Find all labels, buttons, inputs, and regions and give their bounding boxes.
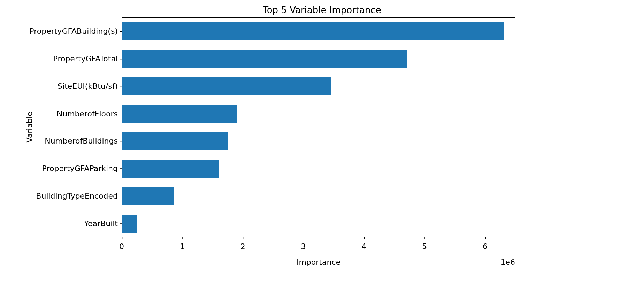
y-tick-mark <box>120 168 122 169</box>
x-tick-label: 6 <box>483 242 488 251</box>
x-tick-label: 1 <box>180 242 185 251</box>
y-tick-label: SiteEUI(kBtu/sf) <box>58 82 118 90</box>
y-tick-mark <box>120 196 122 196</box>
bar <box>122 215 137 233</box>
bar <box>122 50 407 68</box>
x-axis-label: Importance <box>122 258 515 266</box>
y-tick-mark <box>120 86 122 87</box>
bar <box>122 160 219 178</box>
x-tick-mark <box>304 237 304 239</box>
bar <box>122 22 504 40</box>
y-tick-mark <box>120 59 122 59</box>
y-tick-mark <box>120 223 122 224</box>
x-tick-label: 2 <box>240 242 245 251</box>
x-tick-mark <box>424 237 425 239</box>
y-tick-label: NumberofFloors <box>57 109 118 118</box>
x-tick-mark <box>122 237 122 239</box>
y-tick-mark <box>120 141 122 142</box>
y-tick-label: PropertyGFATotal <box>53 54 118 63</box>
x-tick-label: 4 <box>361 242 366 251</box>
x-tick-mark <box>364 237 365 239</box>
y-tick-mark <box>120 31 122 32</box>
y-tick-label: PropertyGFAParking <box>42 164 118 173</box>
bar <box>122 105 237 123</box>
bar <box>122 187 174 205</box>
y-tick-label: BuildingTypeEncoded <box>36 191 118 200</box>
y-tick-label: NumberofBuildings <box>45 137 118 145</box>
x-tick-mark <box>485 237 486 239</box>
x-tick-label: 5 <box>422 242 427 251</box>
x-tick-label: 3 <box>301 242 306 251</box>
y-tick-label: YearBuilt <box>84 219 118 227</box>
y-tick-label: PropertyGFABuilding(s) <box>29 27 118 36</box>
y-tick-mark <box>120 114 122 114</box>
x-tick-mark <box>182 237 183 239</box>
plot-area <box>122 17 515 237</box>
bar <box>122 77 331 95</box>
y-axis-label: Variable <box>25 111 34 142</box>
x-axis-offset-text: 1e6 <box>500 258 515 266</box>
x-tick-label: 0 <box>119 242 124 251</box>
bar <box>122 132 228 150</box>
chart-title: Top 5 Variable Importance <box>0 5 644 15</box>
chart-container: Top 5 Variable Importance Variable Impor… <box>0 0 644 294</box>
x-tick-mark <box>243 237 244 239</box>
